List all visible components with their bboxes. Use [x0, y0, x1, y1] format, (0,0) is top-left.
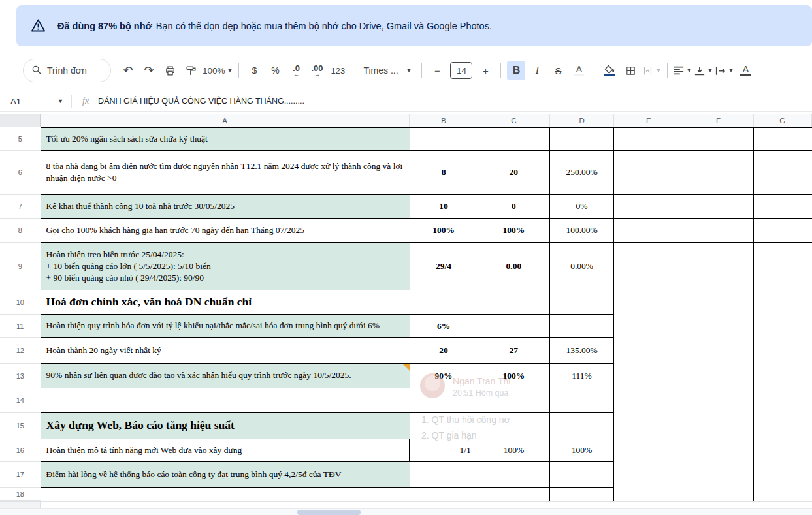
- cell-D8[interactable]: 100.00%: [550, 219, 614, 243]
- row-header-8[interactable]: 8: [0, 219, 41, 243]
- cell-F17[interactable]: [683, 462, 753, 488]
- cell-A15[interactable]: Xây dựng Web, Báo cáo tăng hiệu suất: [41, 413, 410, 439]
- formula-content[interactable]: ĐÁNH GIÁ HIỆU QUẢ CÔNG VIỆC HÀNG THÁNG..…: [98, 97, 304, 106]
- cell-C10[interactable]: [478, 290, 550, 315]
- cell-E18[interactable]: [614, 488, 683, 501]
- cell-G9[interactable]: [754, 243, 812, 290]
- select-all-corner[interactable]: [0, 114, 41, 127]
- cell-A6[interactable]: 8 tòa nhà đang bị âm điện nước tìm được …: [41, 151, 410, 195]
- cell-G7[interactable]: [754, 195, 812, 219]
- cell-F16[interactable]: [683, 439, 753, 462]
- cell-B18[interactable]: [410, 488, 478, 501]
- cell-B13[interactable]: 90%: [410, 364, 478, 388]
- text-color-button[interactable]: A: [570, 61, 588, 80]
- horizontal-align-button[interactable]: ▼: [674, 61, 692, 80]
- cell-A10[interactable]: Hoá đơn chính xác, văn hoá DN chuẩn chỉ: [41, 290, 410, 315]
- text-rotation-button[interactable]: A: [736, 61, 755, 80]
- cell-A5[interactable]: Tối ưu 20% ngân sách sách sửa chữa kỹ th…: [41, 127, 410, 151]
- cell-F8[interactable]: [683, 219, 753, 243]
- cell-C5[interactable]: [478, 127, 550, 151]
- increase-font-size-button[interactable]: +: [476, 61, 495, 80]
- cell-G14[interactable]: [754, 388, 812, 413]
- cell-D9[interactable]: 0.00%: [550, 243, 614, 290]
- cell-A9[interactable]: Hoàn thiện treo biển trước 25/04/2025: +…: [41, 243, 410, 290]
- decrease-decimal-button[interactable]: .0←: [287, 61, 305, 80]
- cell-B17[interactable]: [410, 462, 478, 488]
- cell-E8[interactable]: [614, 219, 683, 243]
- cell-F9[interactable]: [683, 243, 753, 290]
- more-formats-button[interactable]: 123: [329, 61, 347, 80]
- cell-F14[interactable]: [683, 388, 753, 413]
- vertical-align-button[interactable]: ▼: [694, 61, 713, 80]
- cell-E14[interactable]: [614, 388, 683, 413]
- cell-E17[interactable]: [614, 462, 683, 488]
- cell-C8[interactable]: 100%: [478, 219, 550, 243]
- cell-B12[interactable]: 20: [410, 338, 478, 364]
- cell-D7[interactable]: 0%: [550, 195, 614, 219]
- cell-C14[interactable]: [478, 388, 550, 413]
- cell-C6[interactable]: 20: [478, 151, 550, 195]
- cell-D11[interactable]: [550, 315, 614, 338]
- cell-G15[interactable]: [754, 413, 812, 439]
- cell-C17[interactable]: [478, 462, 550, 488]
- scrollbar-thumb[interactable]: [297, 510, 361, 515]
- cell-D18[interactable]: [550, 488, 614, 501]
- cell-E11[interactable]: [614, 315, 683, 338]
- cell-G16[interactable]: [754, 439, 812, 462]
- cell-G17[interactable]: [754, 462, 812, 488]
- zoom-select[interactable]: 100%▼: [203, 61, 233, 80]
- column-header-C[interactable]: C: [478, 114, 550, 127]
- row-header-18[interactable]: 18: [0, 488, 41, 501]
- cell-C11[interactable]: [478, 315, 550, 338]
- row-header-16[interactable]: 16: [0, 439, 41, 462]
- cell-G6[interactable]: [754, 151, 812, 195]
- column-header-F[interactable]: F: [683, 114, 753, 127]
- cell-F12[interactable]: [683, 338, 753, 364]
- cell-B9[interactable]: 29/4: [410, 243, 478, 290]
- row-header-17[interactable]: 17: [0, 462, 41, 488]
- cell-C15[interactable]: [478, 413, 550, 439]
- cell-E13[interactable]: [614, 364, 683, 388]
- fill-color-button[interactable]: [600, 61, 619, 80]
- cell-F13[interactable]: [683, 364, 753, 388]
- cell-F6[interactable]: [683, 151, 753, 195]
- cell-A16[interactable]: Hoàn thiện mô tả tính năng mới Web đưa v…: [41, 439, 410, 462]
- cell-G12[interactable]: [754, 338, 812, 364]
- horizontal-scrollbar[interactable]: [0, 508, 812, 515]
- cell-D17[interactable]: [550, 462, 614, 488]
- cell-A8[interactable]: Gọi cho 100% khách hàng gia hạn trước 70…: [41, 219, 410, 243]
- cell-A14[interactable]: [41, 388, 410, 413]
- cell-F18[interactable]: [683, 488, 753, 501]
- cell-E5[interactable]: [614, 127, 683, 151]
- cell-B8[interactable]: 100%: [410, 219, 478, 243]
- decrease-font-size-button[interactable]: −: [428, 61, 446, 80]
- cell-E10[interactable]: [614, 290, 683, 315]
- cell-G5[interactable]: [754, 127, 812, 151]
- cell-B6[interactable]: 8: [410, 151, 478, 195]
- column-header-D[interactable]: D: [550, 114, 614, 127]
- cell-B11[interactable]: 6%: [410, 315, 478, 338]
- cell-F11[interactable]: [683, 315, 753, 338]
- row-header-5[interactable]: 5: [0, 127, 41, 151]
- merge-cells-button[interactable]: ▼: [642, 61, 661, 80]
- cell-A7[interactable]: Kê khai thuế thành công 10 toà nhà trước…: [41, 195, 410, 219]
- cell-E9[interactable]: [614, 243, 683, 290]
- print-button[interactable]: [161, 61, 179, 80]
- row-header-7[interactable]: 7: [0, 195, 41, 219]
- name-box[interactable]: A1 ▼: [8, 97, 70, 106]
- bold-button[interactable]: B: [507, 61, 525, 80]
- row-header-15[interactable]: 15: [0, 413, 41, 439]
- cell-B14[interactable]: [410, 388, 478, 413]
- cell-D14[interactable]: [550, 388, 614, 413]
- format-percent-button[interactable]: %: [266, 61, 284, 80]
- row-header-9[interactable]: 9: [0, 243, 41, 290]
- cell-D6[interactable]: 250.00%: [550, 151, 614, 195]
- italic-button[interactable]: I: [528, 61, 546, 80]
- cell-B16[interactable]: 1/1: [410, 439, 478, 462]
- cell-B5[interactable]: [410, 127, 478, 151]
- row-header-14[interactable]: 14: [0, 388, 41, 413]
- column-header-E[interactable]: E: [614, 114, 683, 127]
- row-header-11[interactable]: 11: [0, 315, 41, 338]
- cell-B10[interactable]: [410, 290, 478, 315]
- increase-decimal-button[interactable]: .00→: [308, 61, 326, 80]
